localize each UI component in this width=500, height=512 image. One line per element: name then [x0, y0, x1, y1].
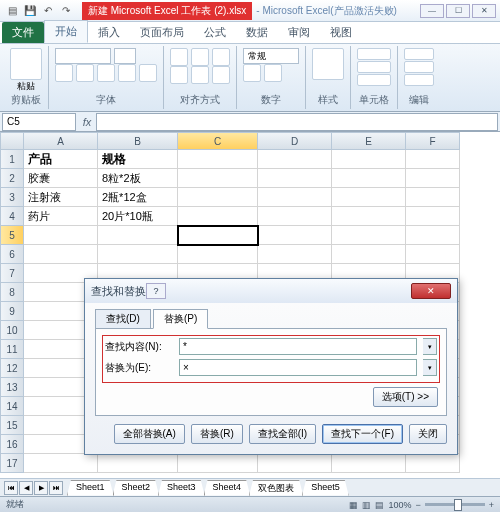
cell-B5[interactable]	[98, 226, 178, 245]
align-top-icon[interactable]	[170, 48, 188, 66]
currency-icon[interactable]	[243, 64, 261, 82]
align-left-icon[interactable]	[170, 66, 188, 84]
tab-home[interactable]: 开始	[44, 20, 88, 43]
view-normal-icon[interactable]: ▦	[349, 500, 358, 510]
sheet-nav-next-icon[interactable]: ▶	[34, 481, 48, 495]
cell-A1[interactable]: 产品	[24, 150, 98, 169]
col-header-D[interactable]: D	[258, 132, 332, 150]
tab-file[interactable]: 文件	[2, 22, 44, 43]
align-bot-icon[interactable]	[212, 48, 230, 66]
cell-A17[interactable]	[24, 454, 98, 473]
close-button[interactable]: ✕	[472, 4, 496, 18]
row-header-9[interactable]: 9	[0, 302, 24, 321]
dialog-tab-find[interactable]: 查找(D)	[95, 309, 151, 329]
cell-D6[interactable]	[258, 245, 332, 264]
cell-C17[interactable]	[178, 454, 258, 473]
align-mid-icon[interactable]	[191, 48, 209, 66]
font-name[interactable]	[55, 48, 111, 64]
italic-icon[interactable]	[76, 64, 94, 82]
sheet-tab-4[interactable]: 双色图表	[249, 480, 303, 496]
maximize-button[interactable]: ☐	[446, 4, 470, 18]
fill-color-icon[interactable]	[139, 64, 157, 82]
replace-button[interactable]: 替换(R)	[191, 424, 243, 444]
percent-icon[interactable]	[264, 64, 282, 82]
fx-icon[interactable]: fx	[78, 113, 96, 131]
styles-icon[interactable]	[312, 48, 344, 80]
cell-F4[interactable]	[406, 207, 460, 226]
cell-D2[interactable]	[258, 169, 332, 188]
tab-view[interactable]: 视图	[320, 22, 362, 43]
sheet-tab-5[interactable]: Sheet5	[302, 480, 349, 496]
row-header-15[interactable]: 15	[0, 416, 24, 435]
row-header-13[interactable]: 13	[0, 378, 24, 397]
tab-insert[interactable]: 插入	[88, 22, 130, 43]
find-all-button[interactable]: 查找全部(I)	[249, 424, 316, 444]
name-box[interactable]: C5	[2, 113, 76, 131]
cell-C4[interactable]	[178, 207, 258, 226]
row-header-5[interactable]: 5	[0, 226, 24, 245]
row-header-4[interactable]: 4	[0, 207, 24, 226]
sheet-tab-2[interactable]: Sheet3	[158, 480, 205, 496]
cell-F5[interactable]	[406, 226, 460, 245]
number-format[interactable]: 常规	[243, 48, 299, 64]
row-header-2[interactable]: 2	[0, 169, 24, 188]
tab-formulas[interactable]: 公式	[194, 22, 236, 43]
cell-E17[interactable]	[332, 454, 406, 473]
col-header-B[interactable]: B	[98, 132, 178, 150]
cell-C2[interactable]	[178, 169, 258, 188]
cell-E5[interactable]	[332, 226, 406, 245]
zoom-slider[interactable]	[425, 503, 485, 506]
cell-E3[interactable]	[332, 188, 406, 207]
cell-B4[interactable]: 20片*10瓶	[98, 207, 178, 226]
cell-B3[interactable]: 2瓶*12盒	[98, 188, 178, 207]
zoom-out-icon[interactable]: −	[415, 500, 420, 510]
clear-icon[interactable]	[404, 74, 434, 86]
redo-icon[interactable]: ↷	[58, 3, 74, 19]
sheet-nav-prev-icon[interactable]: ◀	[19, 481, 33, 495]
dialog-titlebar[interactable]: 查找和替换 ? ✕	[85, 279, 457, 303]
cell-B6[interactable]	[98, 245, 178, 264]
cell-C5[interactable]	[178, 226, 258, 245]
select-all-corner[interactable]	[0, 132, 24, 150]
insert-button[interactable]	[357, 48, 391, 60]
cell-E6[interactable]	[332, 245, 406, 264]
replace-all-button[interactable]: 全部替换(A)	[114, 424, 185, 444]
cell-E1[interactable]	[332, 150, 406, 169]
row-header-1[interactable]: 1	[0, 150, 24, 169]
dialog-help-icon[interactable]: ?	[146, 283, 166, 299]
row-header-12[interactable]: 12	[0, 359, 24, 378]
undo-icon[interactable]: ↶	[40, 3, 56, 19]
align-center-icon[interactable]	[191, 66, 209, 84]
row-header-10[interactable]: 10	[0, 321, 24, 340]
fill-icon[interactable]	[404, 61, 434, 73]
col-header-E[interactable]: E	[332, 132, 406, 150]
cell-F17[interactable]	[406, 454, 460, 473]
zoom-in-icon[interactable]: +	[489, 500, 494, 510]
col-header-A[interactable]: A	[24, 132, 98, 150]
tab-data[interactable]: 数据	[236, 22, 278, 43]
find-next-button[interactable]: 查找下一个(F)	[322, 424, 403, 444]
cell-A4[interactable]: 药片	[24, 207, 98, 226]
row-header-8[interactable]: 8	[0, 283, 24, 302]
delete-button[interactable]	[357, 61, 391, 73]
minimize-button[interactable]: —	[420, 4, 444, 18]
cell-B2[interactable]: 8粒*2板	[98, 169, 178, 188]
dialog-close-button[interactable]: 关闭	[409, 424, 447, 444]
tab-review[interactable]: 审阅	[278, 22, 320, 43]
cell-A3[interactable]: 注射液	[24, 188, 98, 207]
cell-C6[interactable]	[178, 245, 258, 264]
cell-D5[interactable]	[258, 226, 332, 245]
cell-D4[interactable]	[258, 207, 332, 226]
cell-F3[interactable]	[406, 188, 460, 207]
align-right-icon[interactable]	[212, 66, 230, 84]
row-header-11[interactable]: 11	[0, 340, 24, 359]
cell-E2[interactable]	[332, 169, 406, 188]
font-size[interactable]	[114, 48, 136, 64]
cell-C1[interactable]	[178, 150, 258, 169]
sheet-nav-first-icon[interactable]: ⏮	[4, 481, 18, 495]
cell-A5[interactable]	[24, 226, 98, 245]
paste-icon[interactable]	[10, 48, 42, 80]
save-icon[interactable]: 💾	[22, 3, 38, 19]
tab-layout[interactable]: 页面布局	[130, 22, 194, 43]
view-break-icon[interactable]: ▤	[375, 500, 384, 510]
